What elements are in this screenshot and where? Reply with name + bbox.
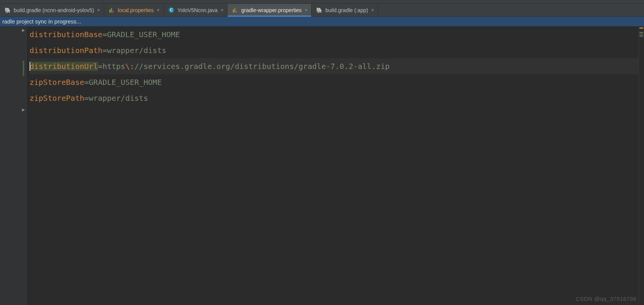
property-key: distributionUrl [30, 62, 98, 71]
equals-sign: = [84, 78, 89, 87]
fold-marker-icon[interactable]: ▶ [22, 28, 25, 32]
property-key: zipStoreBase [30, 78, 84, 87]
close-icon[interactable]: × [305, 8, 308, 13]
equals-sign: = [98, 62, 103, 71]
code-line[interactable]: zipStorePath=wrapper/dists [30, 90, 639, 106]
escape-sequence: \: [125, 62, 134, 71]
code-line[interactable]: zipStoreBase=GRADLE_USER_HOME [30, 74, 639, 90]
csdn-watermark: CSDN @qq_37516798 [576, 296, 636, 302]
close-icon[interactable]: × [97, 8, 100, 13]
change-marker [23, 61, 24, 76]
equals-sign: = [103, 30, 107, 39]
tab-build-gradle-app-[interactable]: 🐘build.gradle (:app)× [312, 4, 378, 16]
close-icon[interactable]: × [157, 8, 160, 13]
code-line[interactable]: distributionUrl=https\://services.gradle… [30, 58, 639, 74]
fold-marker-icon[interactable]: ▶ [22, 108, 25, 112]
code-line[interactable]: distributionPath=wrapper/dists [30, 42, 639, 58]
property-value: //services.gradle.org/distributions/grad… [134, 62, 390, 71]
editor-tab-bar: 🐘build.gradle (ncnn-android-yolov5)×loca… [0, 4, 644, 17]
tab-label: local.properties [118, 7, 154, 13]
tab-gradle-wrapper-properties[interactable]: gradle-wrapper.properties× [228, 4, 312, 16]
editor-scrollbar[interactable] [639, 27, 644, 305]
window-toolbar [0, 0, 644, 4]
equals-sign: = [103, 46, 107, 55]
editor-wrap: ▶ ▶ distributionBase=GRADLE_USER_HOMEdis… [0, 27, 644, 305]
tab-yolov5ncnn-java[interactable]: CYoloV5Ncnn.java× [164, 4, 228, 16]
gradle-elephant-icon: 🐘 [5, 7, 11, 13]
tab-label: YoloV5Ncnn.java [178, 7, 218, 13]
property-key: distributionPath [30, 46, 103, 55]
text-caret [30, 62, 30, 71]
tab-local-properties[interactable]: local.properties× [104, 4, 164, 16]
close-icon[interactable]: × [221, 8, 224, 13]
scrollbar-marker [639, 32, 643, 33]
property-key: zipStorePath [30, 94, 84, 103]
property-value: GRADLE_USER_HOME [89, 78, 162, 87]
equals-sign: = [84, 94, 89, 103]
java-class-icon: C [168, 7, 175, 13]
scrollbar-marker [639, 34, 643, 37]
property-value: https [103, 62, 125, 71]
tab-label: build.gradle (:app) [325, 7, 368, 13]
code-editor[interactable]: distributionBase=GRADLE_USER_HOMEdistrib… [27, 27, 639, 305]
property-value: wrapper/dists [89, 94, 148, 103]
tab-label: build.gradle (ncnn-android-yolov5) [14, 7, 94, 13]
code-line[interactable]: distributionBase=GRADLE_USER_HOME [30, 27, 639, 42]
sync-status-bar: radle project sync in progress... [0, 17, 644, 27]
properties-file-icon [232, 7, 238, 13]
editor-gutter[interactable]: ▶ ▶ [0, 27, 27, 305]
property-value: wrapper/dists [107, 46, 167, 55]
gradle-elephant-icon: 🐘 [316, 7, 322, 13]
sync-status-text: radle project sync in progress... [2, 18, 81, 25]
close-icon[interactable]: × [371, 8, 374, 13]
scrollbar-marker [639, 27, 643, 29]
properties-file-icon [109, 7, 115, 13]
tab-label: gradle-wrapper.properties [241, 7, 302, 13]
property-key: distributionBase [30, 30, 103, 39]
property-value: GRADLE_USER_HOME [107, 30, 180, 39]
tab-build-gradle-ncnn-android-yolov5-[interactable]: 🐘build.gradle (ncnn-android-yolov5)× [0, 4, 104, 16]
